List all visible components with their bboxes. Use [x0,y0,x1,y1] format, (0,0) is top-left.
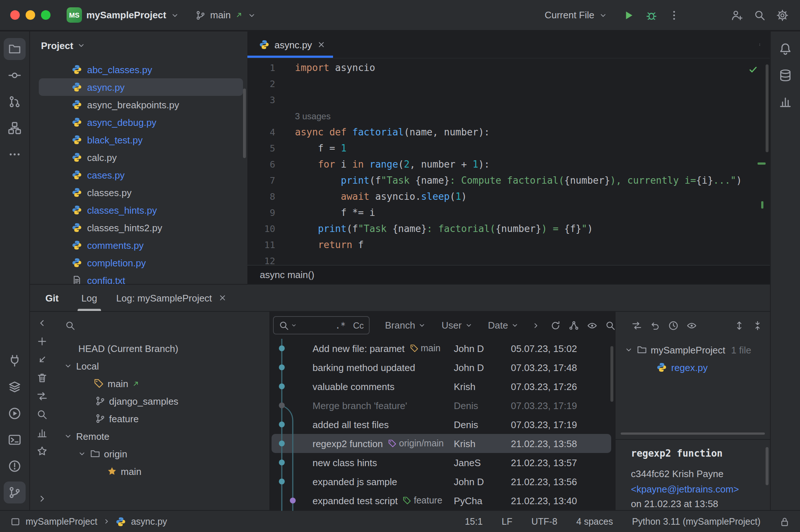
changed-files-root-row[interactable]: mySampleProject 1 file [616,341,770,359]
trash-icon[interactable] [36,372,47,383]
add-icon[interactable] [36,336,47,347]
commit-row[interactable]: Merge branch 'feature'Denis07.03.23, 17:… [269,396,615,415]
branch-row[interactable]: Local [53,357,269,375]
close-tab-icon[interactable] [218,293,227,302]
project-file-row[interactable]: cases.py [39,166,243,184]
project-tool-button[interactable] [4,38,26,60]
branch-row[interactable]: feature [53,410,269,427]
caret-position[interactable]: 15:1 [465,516,483,527]
commit-row[interactable]: Add new file: parametmainJohn D05.07.23,… [269,339,615,358]
chevron-left-icon[interactable] [36,318,47,329]
find-commit-icon[interactable] [605,320,616,330]
user-filter[interactable]: User [441,320,472,331]
terminal-tool-button[interactable] [4,429,26,451]
horizontal-scrollbar[interactable] [621,432,765,435]
more-filters-icon[interactable] [531,321,540,330]
structure-tool-button[interactable] [4,117,26,139]
project-file-row[interactable]: completion.py [39,254,243,271]
eye-icon[interactable] [587,320,597,330]
lock-icon[interactable] [780,516,790,527]
commit-author-email[interactable]: <kpayne@jetbrains.com> [631,483,760,495]
project-selector[interactable]: MS mySampleProject [62,4,184,26]
indent-style[interactable]: 4 spaces [576,516,613,527]
refresh-icon[interactable] [550,320,561,330]
project-panel-header[interactable]: Project [30,31,247,59]
close-tab-icon[interactable] [317,40,326,49]
rollback-icon[interactable] [650,321,660,331]
commit-row[interactable]: added all test filesDenis07.03.23, 17:19 [269,415,615,434]
project-window-icon[interactable] [10,516,20,527]
search-icon[interactable] [36,409,47,420]
project-file-row[interactable]: calc.py [39,149,243,166]
usages-inlay[interactable]: 3 usages [295,111,330,121]
branch-row[interactable]: main [53,462,269,480]
more-tools-button[interactable] [4,143,26,165]
project-file-row[interactable]: async_breakpoints.py [39,96,243,113]
date-filter[interactable]: Date [488,320,519,331]
project-file-row[interactable]: config.txt [39,271,243,284]
run-tool-button[interactable] [4,402,26,424]
changed-file-row[interactable]: regex.py [616,359,770,376]
profiler-tool-button[interactable] [774,91,796,113]
status-file[interactable]: async.py [131,516,167,527]
branch-row[interactable]: main [53,375,269,392]
problems-tool-button[interactable] [4,455,26,477]
settings-icon[interactable] [777,9,788,21]
commit-row[interactable]: barking method updatedJohn D07.03.23, 17… [269,358,615,377]
run-config-selector[interactable]: Current File [540,7,612,23]
editor-options-icon[interactable] [758,39,770,50]
history-icon[interactable] [668,321,678,331]
branch-row[interactable]: HEAD (Current Branch) [53,340,269,357]
notifications-tool-button[interactable] [774,38,796,60]
branch-row[interactable]: Remote [53,427,269,445]
close-window-button[interactable] [10,10,20,20]
commit-scrollbar[interactable] [610,346,613,402]
regex-toggle[interactable]: .* [335,320,346,330]
commit-row[interactable]: expanded test scriptfeaturePyCha21.02.23… [269,491,615,510]
chevron-right-icon[interactable] [36,493,47,504]
commit-tool-button[interactable] [4,64,26,86]
project-file-row[interactable]: abc_classes.py [39,61,243,78]
minimize-window-button[interactable] [26,10,35,20]
branch-row[interactable]: origin [53,445,269,462]
statistics-icon[interactable] [36,427,47,438]
checkout-arrow-icon[interactable] [36,354,47,365]
editor-tab-async[interactable]: async.py [247,31,333,58]
code-with-me-icon[interactable] [731,9,743,21]
branch-row[interactable]: django_samples [53,392,269,410]
details-scrollbar[interactable] [766,447,769,485]
more-actions-icon[interactable] [668,9,680,21]
database-tool-button[interactable] [774,64,796,86]
branch-filter[interactable]: Branch [385,320,426,331]
search-everywhere-icon[interactable] [754,9,766,21]
inspections-ok-icon[interactable] [748,64,758,75]
branch-search-row[interactable] [53,312,269,340]
pull-requests-tool-button[interactable] [4,91,26,113]
git-tool-button[interactable] [4,482,26,503]
favorites-star-icon[interactable] [36,446,47,457]
compare-icon[interactable] [632,321,642,331]
file-encoding[interactable]: UTF-8 [531,516,557,527]
git-tab-log[interactable]: Log [72,285,106,311]
collapse-all-icon[interactable] [752,321,763,331]
commit-row[interactable]: new class hintsJaneS21.02.23, 13:57 [269,453,615,472]
breadcrumb[interactable]: async main() [260,269,314,280]
commit-row[interactable]: expanded js sampleJohn D21.02.23, 13:56 [269,472,615,491]
compare-branches-icon[interactable] [36,391,47,402]
status-project[interactable]: mySampleProject [26,516,97,527]
line-separator[interactable]: LF [502,516,512,527]
code-area[interactable]: 1import asyncio233 usages4async def fact… [247,59,770,265]
project-file-row[interactable]: classes_hints.py [39,201,243,219]
commit-row[interactable]: valuable commentsKrish07.03.23, 17:26 [269,377,615,396]
editor-scrollbar[interactable] [766,64,769,152]
debug-button[interactable] [646,9,657,21]
services-tool-button[interactable] [4,376,26,398]
project-file-row[interactable]: async.py [39,78,243,96]
preview-icon[interactable] [687,321,697,331]
commit-row[interactable]: regexp2 functionorigin/mainKrish21.02.23… [269,434,615,453]
project-scrollbar[interactable] [243,89,246,158]
project-file-row[interactable]: classes_hints2.py [39,219,243,236]
project-file-row[interactable]: async_debug.py [39,113,243,131]
project-file-row[interactable]: comments.py [39,236,243,254]
graph-options-icon[interactable] [569,320,579,330]
